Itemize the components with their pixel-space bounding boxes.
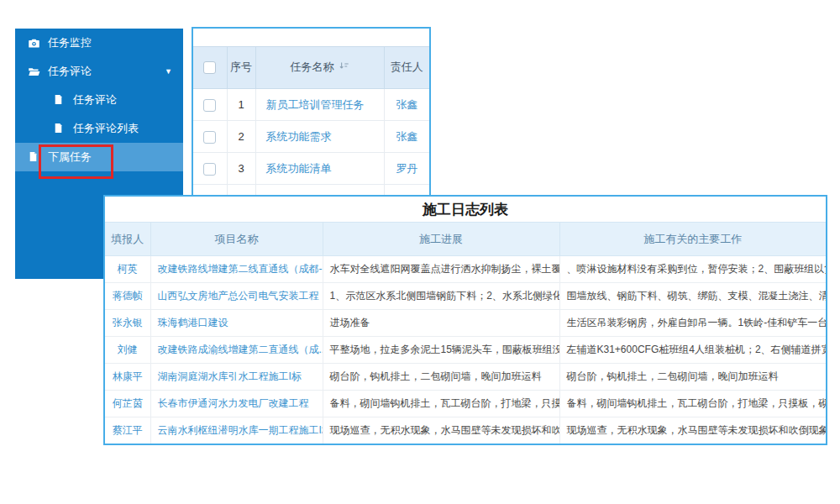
owner-link[interactable]: 罗丹 [384, 153, 429, 185]
sidebar-item-task-comment-list[interactable]: 任务评论列表 [15, 114, 183, 143]
select-all-checkbox[interactable] [203, 61, 216, 74]
reporter-link[interactable]: 蔡江平 [105, 417, 150, 444]
main-work-cell: 左辅道K31+600CFG桩班组4人组装桩机；2、右侧辅道拼宽... [559, 337, 826, 364]
file-icon [53, 123, 66, 135]
col-header-owner: 责任人 [384, 47, 429, 89]
camera-icon [28, 37, 40, 50]
main-work-cell: 现场巡查，无积水现象，水马围壁等未发现损坏和吹倒现象 ... [559, 417, 826, 444]
reporter-link[interactable]: 蒋德帧 [105, 283, 150, 310]
progress-cell: 进场准备 [323, 310, 559, 337]
row-select-cell [193, 121, 227, 153]
task-name-link[interactable]: 系统功能清单 [255, 153, 384, 185]
col-header-reporter: 填报人 [105, 223, 150, 256]
progress-cell: 砌台阶，钩机排土，二包砌间墙，晚间加班运料 [323, 364, 559, 391]
row-index: 2 [227, 121, 255, 153]
main-work-cell: 、喷淋设施材料没有采购到位，暂停安装；2、围蔽班组以货... [559, 256, 826, 283]
main-work-cell: 砌台阶，钩机排土，二包砌间墙，晚间加班运料 [559, 364, 826, 391]
col-header-progress: 施工进展 [323, 223, 559, 256]
sidebar-item-label: 下属任务 [48, 150, 92, 165]
project-link[interactable]: 长春市伊通河水力发电厂改建工程 [150, 391, 323, 417]
chevron-down-icon[interactable]: ▼ [165, 67, 172, 76]
sidebar-item-label: 任务监控 [48, 35, 92, 50]
progress-cell: 平整场地，拉走多余泥土15辆泥头车，围蔽板班组没... [323, 337, 559, 364]
row-select-cell [193, 89, 227, 121]
table-row: 蒋德帧 山西弘文房地产总公司电气安装工程 1、示范区水系北侧围墙钢筋下料；2、水… [105, 283, 826, 310]
row-checkbox[interactable] [203, 99, 216, 112]
progress-cell: 水车对全线遮阳网覆盖点进行洒水抑制扬尘，裸土覆... [323, 256, 559, 283]
reporter-link[interactable]: 柯英 [105, 256, 150, 283]
col-header-task-name[interactable]: 任务名称 [255, 47, 384, 89]
task-table-panel: 序号 任务名称 责任人 1 新员工培 [192, 27, 431, 197]
sidebar-item-task-monitor[interactable]: 任务监控 [15, 29, 183, 57]
construction-log-panel: 施工日志列表 填报人 项目名称 施工进展 施工有关的主要工作 柯英 改建铁路线增… [103, 195, 827, 445]
construction-log-table: 填报人 项目名称 施工进展 施工有关的主要工作 柯英 改建铁路线增建第二线直通线… [105, 222, 826, 444]
main-work-cell: 围墙放线、钢筋下料、砌筑、绑筋、支模、混凝土浇注、清... [559, 283, 826, 310]
page-title: 施工日志列表 [105, 197, 826, 222]
reporter-link[interactable]: 张永银 [105, 310, 150, 337]
page: 任务监控 任务评论 ▼ 任务评论 任务评论列表 下属任务 [0, 0, 840, 504]
table-row: 1 新员工培训管理任务 张鑫 [193, 89, 429, 121]
log-table-header-row: 填报人 项目名称 施工进展 施工有关的主要工作 [105, 223, 826, 256]
sidebar-item-label: 任务评论列表 [73, 121, 139, 136]
project-link[interactable]: 珠海鹤港口建设 [150, 310, 323, 337]
main-work-cell: 备料，砌间墙钩机排土，瓦工砌台阶，打地梁，只摸板，砌... [559, 391, 826, 417]
project-link[interactable]: 山西弘文房地产总公司电气安装工程 [150, 283, 323, 310]
row-checkbox[interactable] [203, 131, 216, 144]
file-icon [28, 151, 40, 164]
main-work-cell: 生活区吊装彩钢房，外雇自卸吊一辆。1铁岭-佳和铲车一台 [559, 310, 826, 337]
sidebar-item-task-comment[interactable]: 任务评论 [15, 86, 183, 114]
row-index: 3 [227, 153, 255, 185]
task-name-link[interactable]: 系统功能需求 [255, 121, 384, 153]
sidebar-item-label: 任务评论 [73, 92, 117, 108]
progress-cell: 现场巡查，无积水现象，水马围壁等未发现损坏和吹... [323, 417, 559, 444]
progress-cell: 1、示范区水系北侧围墙钢筋下料；2、水系北侧绿化... [323, 283, 559, 310]
table-row: 刘健 改建铁路成渝线增建第二直通线（成... 平整场地，拉走多余泥土15辆泥头车… [105, 337, 826, 364]
table-row: 2 系统功能需求 张鑫 [193, 121, 429, 153]
sidebar-item-subordinate-tasks[interactable]: 下属任务 [15, 143, 183, 171]
task-name-link[interactable]: 新员工培训管理任务 [255, 89, 384, 121]
table-row: 柯英 改建铁路线增建第二线直通线（成都-... 水车对全线遮阳网覆盖点进行洒水抑… [105, 256, 826, 283]
select-all-cell [193, 47, 227, 89]
project-link[interactable]: 湖南洞庭湖水库引水工程施工I标 [150, 364, 323, 391]
reporter-link[interactable]: 刘健 [105, 337, 150, 364]
row-checkbox[interactable] [203, 163, 216, 176]
col-header-index: 序号 [227, 47, 255, 89]
sidebar-item-label: 任务评论 [48, 64, 92, 79]
table-row: 蔡江平 云南水利枢纽潜明水库一期工程施工I标 现场巡查，无积水现象，水马围壁等未… [105, 417, 826, 444]
col-header-project-name: 项目名称 [150, 223, 323, 256]
table-row: 林康平 湖南洞庭湖水库引水工程施工I标 砌台阶，钩机排土，二包砌间墙，晚间加班运… [105, 364, 826, 391]
task-table: 序号 任务名称 责任人 1 新员工培 [193, 46, 429, 197]
owner-link[interactable]: 张鑫 [384, 89, 429, 121]
row-index: 1 [227, 89, 255, 121]
reporter-link[interactable]: 何芷茵 [105, 391, 150, 417]
row-select-cell [193, 153, 227, 185]
table-row: 3 系统功能清单 罗丹 [193, 153, 429, 185]
sidebar-item-task-comments[interactable]: 任务评论 ▼ [15, 57, 183, 86]
owner-link[interactable]: 张鑫 [384, 121, 429, 153]
file-icon [53, 94, 66, 107]
table-row: 何芷茵 长春市伊通河水力发电厂改建工程 备料，砌间墙钩机排土，瓦工砌台阶，打地梁… [105, 391, 826, 417]
project-link[interactable]: 改建铁路线增建第二线直通线（成都-... [150, 256, 323, 283]
sort-icon[interactable] [339, 60, 349, 75]
folder-open-icon [28, 66, 40, 78]
reporter-link[interactable]: 林康平 [105, 364, 150, 391]
col-header-main-work: 施工有关的主要工作 [559, 223, 826, 256]
table-row: 张永银 珠海鹤港口建设 进场准备 生活区吊装彩钢房，外雇自卸吊一辆。1铁岭-佳和… [105, 310, 826, 337]
task-table-header-row: 序号 任务名称 责任人 [193, 47, 429, 89]
project-link[interactable]: 改建铁路成渝线增建第二直通线（成... [150, 337, 323, 364]
project-link[interactable]: 云南水利枢纽潜明水库一期工程施工I标 [150, 417, 323, 444]
progress-cell: 备料，砌间墙钩机排土，瓦工砌台阶，打地梁，只摸... [323, 391, 559, 417]
